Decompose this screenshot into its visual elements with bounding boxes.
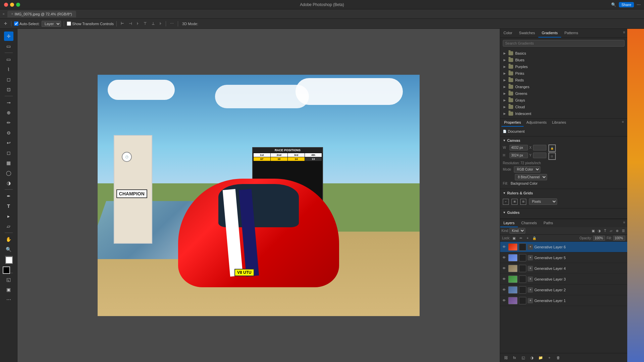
gradient-item-reds[interactable]: ▶ Reds <box>501 77 626 83</box>
canvas-y-input[interactable] <box>533 153 546 158</box>
grid-icon[interactable]: ⊞ <box>512 199 518 205</box>
layer-1-visibility[interactable]: 👁 <box>501 298 507 303</box>
layer-link-button[interactable]: ⛓ <box>503 355 509 361</box>
artboard-tool[interactable]: ▭ <box>4 42 13 51</box>
align-bottom-button[interactable]: ⊦ <box>158 21 163 26</box>
props-tab-properties[interactable]: Properties <box>501 119 524 127</box>
layer-row-1[interactable]: 👁 ✦ Generative Layer 1 <box>500 295 627 306</box>
gradient-item-pinks[interactable]: ▶ Pinks <box>501 70 626 77</box>
gradient-item-cloud[interactable]: ▶ Cloud <box>501 104 626 110</box>
layer-fx-button[interactable]: fx <box>512 355 518 361</box>
layer-row-5[interactable]: 👁 ✦ Generative Layer 5 <box>500 252 627 263</box>
minimize-button[interactable] <box>10 3 14 7</box>
gradient-item-grays[interactable]: ▶ Grays <box>501 97 626 104</box>
eyedropper-tool[interactable]: ⊸ <box>4 98 13 107</box>
gradient-item-oranges[interactable]: ▶ Oranges <box>501 83 626 90</box>
opacity-input[interactable] <box>593 236 605 241</box>
layer-5-visibility[interactable]: 👁 <box>501 255 507 260</box>
canvas-resize-icon[interactable]: ⊡ <box>548 153 556 160</box>
props-menu-icon[interactable]: ≡ <box>620 119 626 127</box>
document-section-header[interactable]: 📄 Document <box>503 129 625 134</box>
props-tab-adjustments[interactable]: Adjustments <box>524 119 549 127</box>
gradient-item-purples[interactable]: ▶ Purples <box>501 63 626 70</box>
layer-row-2[interactable]: 👁 ✦ Generative Layer 2 <box>500 285 627 295</box>
extras-tool[interactable]: ⋯ <box>4 295 13 304</box>
document-tab[interactable]: × IMG_0076.jpeg @ 72.4% (RGB/8*) <box>7 11 76 17</box>
props-tab-libraries[interactable]: Libraries <box>549 119 569 127</box>
layers-tab-paths[interactable]: Paths <box>540 219 556 227</box>
tab-close[interactable]: × <box>11 12 13 16</box>
align-right-button[interactable]: ⊦ <box>136 21 140 26</box>
canvas-width-input[interactable] <box>509 145 528 150</box>
lock-position-icon[interactable]: ✏ <box>518 235 524 241</box>
layer-folder-button[interactable]: 📁 <box>538 355 544 361</box>
tab-gradients[interactable]: Gradients <box>538 29 561 38</box>
guides-header[interactable]: ▼ Guides <box>503 210 625 215</box>
dodge-tool[interactable]: ◑ <box>4 178 13 188</box>
ruler-units-select[interactable]: Pixels Inches Centimeters <box>529 198 557 205</box>
bits-select[interactable]: 8 Bits/Channel <box>515 174 547 180</box>
lock-artboard-icon[interactable]: + <box>525 235 530 241</box>
rulers-grids-header[interactable]: ▼ Rulers & Grids <box>503 191 625 195</box>
new-layer-button[interactable]: + <box>546 355 552 361</box>
align-center-h-button[interactable]: ⊣ <box>127 21 133 26</box>
transform-controls-checkbox[interactable] <box>67 21 71 26</box>
quick-mask-tool[interactable]: ◱ <box>4 275 13 284</box>
delete-layer-button[interactable]: 🗑 <box>555 355 561 361</box>
background-color-swatch[interactable] <box>5 256 13 264</box>
marquee-tool[interactable]: ▭ <box>4 55 13 64</box>
align-middle-button[interactable]: ⊥ <box>150 21 156 26</box>
tab-swatches[interactable]: Swatches <box>516 29 538 38</box>
layer-adjustment-button[interactable]: ◑ <box>529 355 535 361</box>
layers-tab-layers[interactable]: Layers <box>500 219 518 227</box>
screen-mode-tool[interactable]: ▣ <box>4 285 13 294</box>
layers-tab-channels[interactable]: Channels <box>518 219 540 227</box>
lock-pixels-icon[interactable]: ▣ <box>512 235 517 241</box>
lasso-tool[interactable]: ⌇ <box>4 65 13 74</box>
blur-tool[interactable]: ◯ <box>4 168 13 178</box>
clone-stamp-tool[interactable]: ⊖ <box>4 128 13 137</box>
filter-kind-select[interactable]: Kind <box>509 228 525 234</box>
gradient-search-input[interactable] <box>503 40 625 47</box>
eraser-tool[interactable]: ◻ <box>4 148 13 158</box>
panel-menu-icon[interactable]: ≡ <box>621 29 627 38</box>
path-selection-tool[interactable]: ▸ <box>4 212 13 221</box>
gradient-item-basics[interactable]: ▶ Basics <box>501 50 626 57</box>
gradient-tool[interactable]: ▦ <box>4 158 13 168</box>
gradient-item-blues[interactable]: ▶ Blues <box>501 57 626 63</box>
gradient-item-iridescent[interactable]: ▶ Iridescent <box>501 110 626 117</box>
snap-icon[interactable]: ⊟ <box>520 199 526 205</box>
layer-3-visibility[interactable]: 👁 <box>501 277 507 282</box>
distribute-button[interactable]: ⋯ <box>169 21 175 26</box>
layer-4-visibility[interactable]: 👁 <box>501 266 507 271</box>
canvas-height-input[interactable] <box>509 153 528 158</box>
ruler-corner-icon[interactable]: ⌐ <box>503 199 509 205</box>
layer-row-3[interactable]: 👁 ✦ Generative Layer 3 <box>500 274 627 285</box>
tab-color[interactable]: Color <box>500 29 516 38</box>
object-selection-tool[interactable]: ◻ <box>4 75 13 84</box>
tab-patterns[interactable]: Patterns <box>561 29 582 38</box>
brush-tool[interactable]: ✏ <box>4 118 13 127</box>
align-top-button[interactable]: ⊤ <box>142 21 148 26</box>
history-brush-tool[interactable]: ↩ <box>4 138 13 147</box>
color-mode-select[interactable]: RGB Color <box>514 166 540 173</box>
zoom-tool[interactable]: 🔍 <box>4 245 13 254</box>
close-button[interactable] <box>4 3 8 7</box>
filter-toggle-icon[interactable]: ☰ <box>621 228 626 234</box>
canvas-lock-icon[interactable]: 🔒 <box>548 144 556 152</box>
healing-tool[interactable]: ⊕ <box>4 108 13 117</box>
layer-row-6[interactable]: 👁 ✦ Generative Layer 6 <box>500 242 627 252</box>
move-tool[interactable]: ✛ <box>4 32 13 41</box>
hand-tool[interactable]: ✋ <box>4 235 13 244</box>
type-filter-icon[interactable]: T <box>602 228 608 234</box>
canvas-area[interactable]: 🕐 CHAMPION RACE POSITIONS 1st <box>17 29 500 362</box>
canvas-x-input[interactable] <box>533 145 546 150</box>
foreground-color-swatch[interactable] <box>3 266 10 274</box>
layer-row-4[interactable]: 👁 ✦ Generative Layer 4 <box>500 263 627 274</box>
layer-2-visibility[interactable]: 👁 <box>501 287 507 293</box>
canvas-section-header[interactable]: ▼ Canvas <box>503 138 625 142</box>
gradient-item-greens[interactable]: ▶ Greens <box>501 90 626 97</box>
share-button[interactable]: Share <box>619 2 634 7</box>
pen-tool[interactable]: ✒ <box>4 191 13 201</box>
move-tool-option[interactable]: ✛ <box>3 21 8 26</box>
